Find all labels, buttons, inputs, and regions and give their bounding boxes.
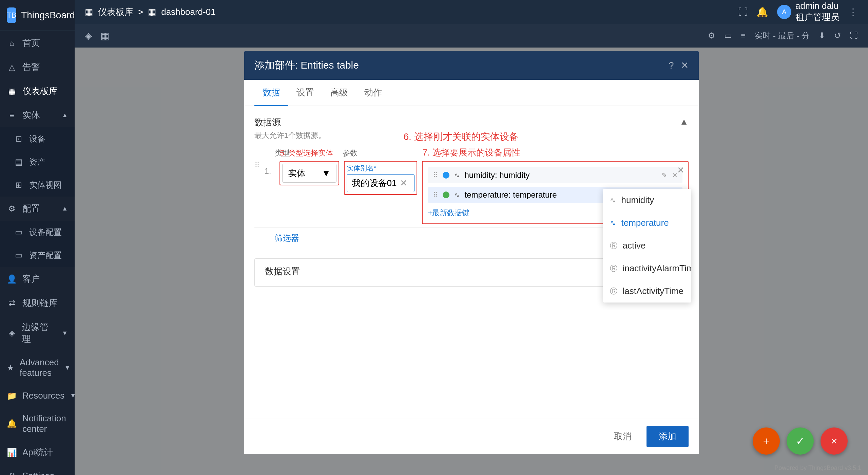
sidebar-item-advanced[interactable]: ★ Advanced features ▼	[0, 351, 75, 384]
user-details: admin dalu 租户管理员	[795, 1, 840, 23]
entity-name-field-label: 实体别名*	[347, 164, 414, 173]
param-label: 参数	[343, 149, 358, 157]
sidebar-item-entityview[interactable]: ⊞ 实体视图	[0, 173, 75, 197]
add-button[interactable]: 添加	[647, 426, 689, 447]
bell-icon[interactable]: 🔔	[756, 6, 768, 18]
collapse-datasource-btn[interactable]: ▲	[680, 116, 689, 127]
datasource-row: ⠿ 1. 5. 类型选择实体 实体 ▼	[254, 161, 689, 224]
sidebar-item-assetconfig[interactable]: ▭ 资产配置	[0, 244, 75, 267]
config-icon: ⚙	[7, 204, 17, 214]
fab-add-button[interactable]: +	[753, 427, 780, 455]
sidebar-item-label: 资产配置	[29, 250, 62, 261]
customer-icon: 👤	[7, 274, 17, 284]
close-dialog-icon[interactable]: ✕	[681, 60, 689, 71]
sidebar-item-settings[interactable]: ⚙ Settings	[0, 464, 75, 475]
time-range[interactable]: 实时 - 最后 - 分	[754, 30, 810, 41]
breadcrumb: ▦ 仪表板库 > ▦ dashboard-01	[85, 6, 216, 18]
select-arrow-icon: ▼	[322, 168, 331, 179]
assetconfig-icon: ▭	[14, 251, 24, 260]
attr-item-lastactivity[interactable]: Ⓡ lastActivityTime	[603, 280, 691, 303]
logo-icon: TB	[7, 7, 16, 23]
sidebar-item-resources[interactable]: 📁 Resources ▼	[0, 384, 75, 407]
second-topbar: ◈ ▦ ⚙ ▭ ≡ 实时 - 最后 - 分 ⬇ ↺ ⛶	[75, 24, 868, 48]
chevron-up-icon2: ▲	[62, 205, 68, 212]
sidebar-item-home[interactable]: ⌂ 首页	[0, 31, 75, 55]
chip-drag-icon2[interactable]: ⠿	[433, 191, 438, 199]
attr-item-label5: lastActivityTime	[623, 286, 684, 296]
history-icon[interactable]: ↺	[834, 31, 841, 40]
clear-entity-icon[interactable]: ✕	[400, 178, 407, 188]
sidebar-item-label: 资产	[29, 157, 45, 167]
advanced-icon: ★	[7, 363, 14, 372]
breadcrumb-dashlib: 仪表板库	[98, 6, 133, 18]
attr-item-temperature[interactable]: ∿ temperature	[603, 212, 691, 234]
grid-icon[interactable]: ▦	[100, 30, 109, 41]
settings2-icon[interactable]: ⚙	[708, 31, 715, 40]
second-topbar-icons: ◈ ▦	[85, 30, 109, 41]
settings-icon: ⚙	[7, 471, 17, 475]
dashboard-icon: ▦	[7, 87, 17, 96]
sidebar-item-notification[interactable]: 🔔 Notification center	[0, 407, 75, 440]
timeseries-attr-icon2: ∿	[610, 219, 616, 227]
deviceconfig-icon: ▭	[14, 227, 24, 237]
sidebar-item-customer[interactable]: 👤 客户	[0, 267, 75, 291]
download-icon[interactable]: ⬇	[818, 31, 825, 40]
sidebar-item-label: 实体	[22, 109, 40, 121]
filter-icon[interactable]: ≡	[741, 31, 746, 40]
expand-icon[interactable]: ⛶	[850, 31, 858, 40]
sidebar-item-rulechain[interactable]: ⇄ 规则链库	[0, 291, 75, 315]
attr-item-inactivity[interactable]: Ⓡ inactivityAlarmTime	[603, 257, 691, 280]
attr-item-label2: temperature	[621, 218, 669, 228]
entity-type-select[interactable]: 实体 ▼	[282, 164, 336, 183]
close-param-box-icon[interactable]: ✕	[677, 165, 684, 176]
powered-by: Powered by ThingsBoard v3.5.1	[774, 464, 861, 472]
device-icon: ⊡	[14, 134, 24, 144]
temperature-color-dot	[443, 191, 449, 198]
sidebar-item-config[interactable]: ⚙ 配置 ▲	[0, 197, 75, 221]
tab-settings[interactable]: 设置	[288, 80, 322, 106]
sidebar-item-label: 设备	[29, 133, 45, 144]
tab-actions[interactable]: 动作	[356, 80, 390, 106]
attr-item-label: humidity	[621, 195, 654, 205]
more-icon[interactable]: ⋮	[848, 6, 858, 18]
entity-name-field[interactable]: 我的设备01 ✕	[347, 174, 414, 192]
sidebar-item-alarm[interactable]: △ 告警	[0, 55, 75, 79]
sidebar-logo: TB ThingsBoard	[0, 0, 75, 31]
sidebar-item-asset[interactable]: ▤ 资产	[0, 150, 75, 173]
tab-advanced[interactable]: 高级	[322, 80, 356, 106]
humidity-chip-text: humidity: humidity	[465, 170, 657, 180]
tab-data[interactable]: 数据	[254, 80, 288, 106]
fab-confirm-button[interactable]: ✓	[787, 427, 814, 455]
dialog-title: 添加部件: Entities table	[254, 58, 359, 72]
dialog-footer: 取消 添加	[244, 419, 699, 454]
help-icon[interactable]: ?	[669, 60, 674, 71]
fab-close-button[interactable]: ×	[821, 427, 848, 455]
fab-add-icon: +	[763, 435, 770, 447]
attr-item-active[interactable]: Ⓡ active	[603, 234, 691, 257]
drag-handle[interactable]: ⠿	[254, 161, 260, 170]
chip-drag-icon[interactable]: ⠿	[433, 171, 438, 179]
sidebar-item-deviceconfig[interactable]: ▭ 设备配置	[0, 221, 75, 244]
breadcrumb-sep: >	[138, 7, 143, 17]
sidebar-sub-entity: ⊡ 设备 ▤ 资产 ⊞ 实体视图	[0, 127, 75, 197]
dialog-header-icons: ? ✕	[669, 60, 689, 71]
sidebar-item-edge[interactable]: ◈ 边缘管理 ▼	[0, 315, 75, 351]
user-info: A admin dalu 租户管理员	[777, 1, 840, 23]
step5-annotation: 5. 类型选择实体	[280, 148, 333, 158]
attr-item-label3: active	[623, 240, 646, 251]
entity-type-value: 实体	[288, 167, 306, 179]
display-icon[interactable]: ▭	[724, 31, 732, 40]
sidebar-item-entity[interactable]: ≡ 实体 ▲	[0, 103, 75, 127]
edit-humidity-icon[interactable]: ✎	[661, 171, 667, 179]
sidebar-item-api[interactable]: 📊 Api统计	[0, 440, 75, 464]
datasource-header: 数据源	[254, 116, 689, 128]
layers-icon[interactable]: ◈	[85, 30, 92, 41]
fullscreen-icon[interactable]: ⛶	[738, 6, 748, 18]
avatar: A	[777, 5, 791, 19]
sidebar-item-label: 实体视图	[29, 180, 62, 190]
cancel-button[interactable]: 取消	[606, 426, 640, 447]
attr-item-humidity[interactable]: ∿ humidity	[603, 189, 691, 212]
sidebar-item-dashboard[interactable]: ▦ 仪表板库	[0, 79, 75, 103]
dialog-body: 数据源 最大允许1个数据源。 ▲ 类型 6. 选择刚才关联的实体设备 参数	[244, 106, 699, 419]
sidebar-item-device[interactable]: ⊡ 设备	[0, 127, 75, 150]
